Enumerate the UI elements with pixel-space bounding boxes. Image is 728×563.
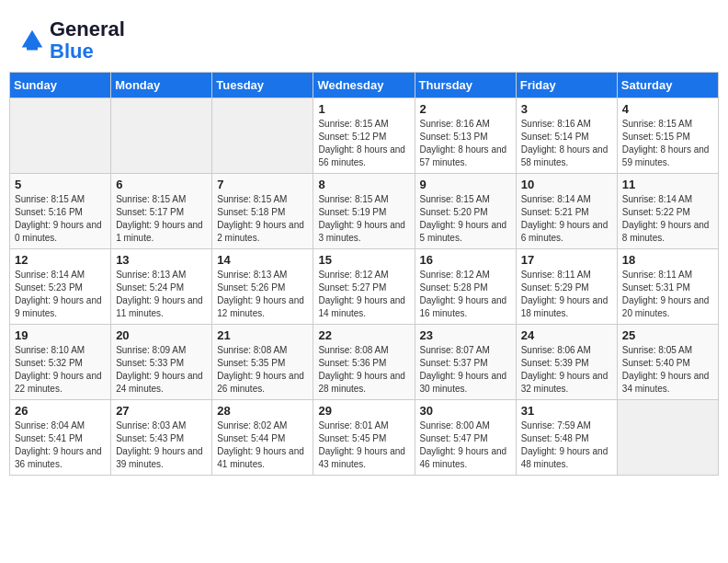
day-cell: 7Sunrise: 8:15 AMSunset: 5:18 PMDaylight… <box>212 174 313 249</box>
day-number: 13 <box>116 253 207 267</box>
day-info: Sunrise: 8:02 AMSunset: 5:44 PMDaylight:… <box>217 419 308 471</box>
week-row-2: 5Sunrise: 8:15 AMSunset: 5:16 PMDaylight… <box>10 174 719 249</box>
day-info: Sunrise: 8:11 AMSunset: 5:31 PMDaylight:… <box>622 269 713 320</box>
weekday-header-sunday: Sunday <box>10 73 111 98</box>
day-info: Sunrise: 8:15 AMSunset: 5:18 PMDaylight:… <box>217 193 308 245</box>
calendar-table: SundayMondayTuesdayWednesdayThursdayFrid… <box>9 72 719 476</box>
logo-text: General Blue <box>50 18 125 63</box>
logo: General Blue <box>18 18 125 63</box>
day-number: 10 <box>521 178 612 191</box>
day-number: 15 <box>318 253 409 267</box>
day-number: 17 <box>521 253 612 267</box>
day-info: Sunrise: 8:05 AMSunset: 5:40 PMDaylight:… <box>622 344 713 396</box>
day-number: 27 <box>116 404 207 418</box>
week-row-3: 12Sunrise: 8:14 AMSunset: 5:23 PMDayligh… <box>10 249 719 325</box>
day-number: 2 <box>420 102 511 116</box>
week-row-5: 26Sunrise: 8:04 AMSunset: 5:41 PMDayligh… <box>10 400 719 476</box>
day-cell: 30Sunrise: 8:00 AMSunset: 5:47 PMDayligh… <box>415 400 516 476</box>
day-info: Sunrise: 8:16 AMSunset: 5:14 PMDaylight:… <box>521 118 612 169</box>
day-cell: 11Sunrise: 8:14 AMSunset: 5:22 PMDayligh… <box>617 174 718 249</box>
weekday-header-row: SundayMondayTuesdayWednesdayThursdayFrid… <box>10 73 719 98</box>
day-cell: 12Sunrise: 8:14 AMSunset: 5:23 PMDayligh… <box>10 249 111 325</box>
weekday-header-tuesday: Tuesday <box>212 73 313 98</box>
svg-rect-1 <box>27 46 38 51</box>
day-cell <box>111 98 212 174</box>
day-number: 14 <box>217 253 308 267</box>
day-number: 23 <box>420 328 511 342</box>
day-number: 4 <box>622 102 713 116</box>
day-cell: 6Sunrise: 8:15 AMSunset: 5:17 PMDaylight… <box>111 174 212 249</box>
day-info: Sunrise: 8:06 AMSunset: 5:39 PMDaylight:… <box>521 344 612 396</box>
weekday-header-monday: Monday <box>111 73 212 98</box>
day-number: 24 <box>521 328 612 342</box>
day-info: Sunrise: 8:15 AMSunset: 5:16 PMDaylight:… <box>15 193 106 245</box>
day-number: 9 <box>420 178 511 191</box>
day-cell: 15Sunrise: 8:12 AMSunset: 5:27 PMDayligh… <box>313 249 415 325</box>
day-cell: 4Sunrise: 8:15 AMSunset: 5:15 PMDaylight… <box>617 98 718 174</box>
day-info: Sunrise: 7:59 AMSunset: 5:48 PMDaylight:… <box>521 419 612 471</box>
weekday-header-thursday: Thursday <box>415 73 516 98</box>
day-cell: 28Sunrise: 8:02 AMSunset: 5:44 PMDayligh… <box>212 400 313 476</box>
day-number: 22 <box>318 328 409 342</box>
weekday-header-wednesday: Wednesday <box>313 73 415 98</box>
day-info: Sunrise: 8:10 AMSunset: 5:32 PMDaylight:… <box>15 344 106 396</box>
day-info: Sunrise: 8:03 AMSunset: 5:43 PMDaylight:… <box>116 419 207 471</box>
day-cell: 3Sunrise: 8:16 AMSunset: 5:14 PMDaylight… <box>516 98 617 174</box>
day-number: 19 <box>15 328 106 342</box>
day-number: 3 <box>521 102 612 116</box>
day-cell: 26Sunrise: 8:04 AMSunset: 5:41 PMDayligh… <box>10 400 111 476</box>
day-number: 30 <box>420 404 511 418</box>
day-info: Sunrise: 8:01 AMSunset: 5:45 PMDaylight:… <box>318 419 409 471</box>
day-number: 6 <box>116 178 207 191</box>
page-header: General Blue <box>9 9 719 67</box>
day-number: 26 <box>15 404 106 418</box>
day-info: Sunrise: 8:12 AMSunset: 5:27 PMDaylight:… <box>318 269 409 320</box>
week-row-4: 19Sunrise: 8:10 AMSunset: 5:32 PMDayligh… <box>10 325 719 400</box>
day-cell: 8Sunrise: 8:15 AMSunset: 5:19 PMDaylight… <box>313 174 415 249</box>
day-cell: 25Sunrise: 8:05 AMSunset: 5:40 PMDayligh… <box>617 325 718 400</box>
day-number: 11 <box>622 178 713 191</box>
day-number: 16 <box>420 253 511 267</box>
day-cell: 19Sunrise: 8:10 AMSunset: 5:32 PMDayligh… <box>10 325 111 400</box>
day-info: Sunrise: 8:14 AMSunset: 5:22 PMDaylight:… <box>622 193 713 245</box>
day-cell: 23Sunrise: 8:07 AMSunset: 5:37 PMDayligh… <box>415 325 516 400</box>
day-number: 31 <box>521 404 612 418</box>
weekday-header-saturday: Saturday <box>617 73 718 98</box>
day-cell: 18Sunrise: 8:11 AMSunset: 5:31 PMDayligh… <box>617 249 718 325</box>
day-cell: 24Sunrise: 8:06 AMSunset: 5:39 PMDayligh… <box>516 325 617 400</box>
day-info: Sunrise: 8:13 AMSunset: 5:26 PMDaylight:… <box>217 269 308 320</box>
day-cell: 2Sunrise: 8:16 AMSunset: 5:13 PMDaylight… <box>415 98 516 174</box>
weekday-header-friday: Friday <box>516 73 617 98</box>
day-info: Sunrise: 8:15 AMSunset: 5:17 PMDaylight:… <box>116 193 207 245</box>
day-info: Sunrise: 8:11 AMSunset: 5:29 PMDaylight:… <box>521 269 612 320</box>
day-number: 12 <box>15 253 106 267</box>
day-info: Sunrise: 8:09 AMSunset: 5:33 PMDaylight:… <box>116 344 207 396</box>
day-cell: 22Sunrise: 8:08 AMSunset: 5:36 PMDayligh… <box>313 325 415 400</box>
day-number: 5 <box>15 178 106 191</box>
day-cell: 16Sunrise: 8:12 AMSunset: 5:28 PMDayligh… <box>415 249 516 325</box>
day-info: Sunrise: 8:15 AMSunset: 5:15 PMDaylight:… <box>622 118 713 169</box>
day-number: 8 <box>318 178 409 191</box>
day-info: Sunrise: 8:08 AMSunset: 5:36 PMDaylight:… <box>318 344 409 396</box>
svg-marker-0 <box>22 30 43 48</box>
day-info: Sunrise: 8:15 AMSunset: 5:19 PMDaylight:… <box>318 193 409 245</box>
day-cell: 5Sunrise: 8:15 AMSunset: 5:16 PMDaylight… <box>10 174 111 249</box>
week-row-1: 1Sunrise: 8:15 AMSunset: 5:12 PMDaylight… <box>10 98 719 174</box>
day-cell: 1Sunrise: 8:15 AMSunset: 5:12 PMDaylight… <box>313 98 415 174</box>
day-number: 7 <box>217 178 308 191</box>
day-cell: 17Sunrise: 8:11 AMSunset: 5:29 PMDayligh… <box>516 249 617 325</box>
day-cell: 29Sunrise: 8:01 AMSunset: 5:45 PMDayligh… <box>313 400 415 476</box>
day-number: 21 <box>217 328 308 342</box>
day-info: Sunrise: 8:07 AMSunset: 5:37 PMDaylight:… <box>420 344 511 396</box>
day-number: 28 <box>217 404 308 418</box>
day-info: Sunrise: 8:08 AMSunset: 5:35 PMDaylight:… <box>217 344 308 396</box>
day-number: 25 <box>622 328 713 342</box>
day-cell <box>617 400 718 476</box>
day-number: 18 <box>622 253 713 267</box>
day-cell: 13Sunrise: 8:13 AMSunset: 5:24 PMDayligh… <box>111 249 212 325</box>
day-cell: 20Sunrise: 8:09 AMSunset: 5:33 PMDayligh… <box>111 325 212 400</box>
day-number: 29 <box>318 404 409 418</box>
day-cell <box>10 98 111 174</box>
day-cell <box>212 98 313 174</box>
day-info: Sunrise: 8:04 AMSunset: 5:41 PMDaylight:… <box>15 419 106 471</box>
